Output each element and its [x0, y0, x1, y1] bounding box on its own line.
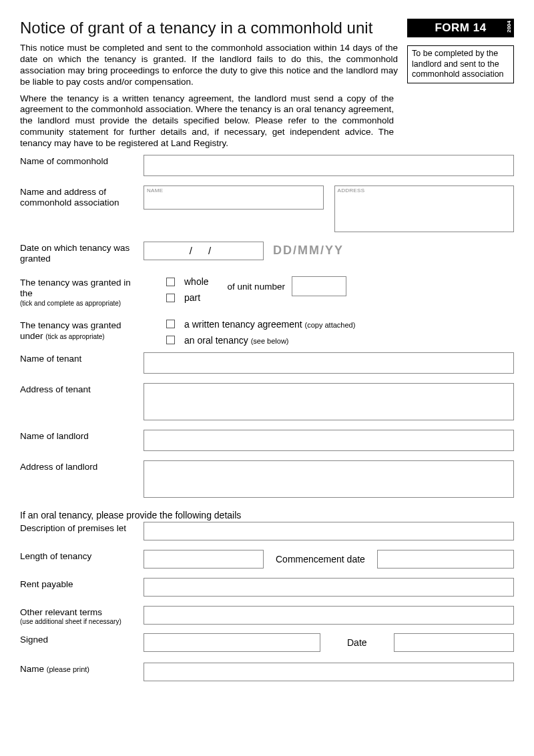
label-written: a written tenancy agreement [184, 319, 302, 330]
input-assoc-address[interactable]: ADDRESS [334, 185, 515, 232]
hint-granted-under: (tick as appropriate) [45, 333, 104, 340]
input-tenant-address[interactable] [144, 383, 514, 420]
oral-section-heading: If an oral tenancy, please provide the f… [20, 510, 514, 520]
label-rent: Rent payable [20, 578, 144, 590]
form-code: FORM 14 [435, 21, 486, 34]
hint-granted-in: (tick and complete as appropriate) [20, 300, 138, 307]
checkbox-written[interactable] [166, 320, 175, 328]
hint-oral: (see below) [251, 337, 289, 345]
checkbox-oral[interactable] [166, 336, 175, 344]
hint-name-print: (please print) [47, 665, 89, 673]
input-name-print[interactable] [144, 663, 514, 681]
placeholder-address: ADDRESS [335, 186, 514, 195]
placeholder-name: NAME [144, 186, 323, 195]
form-year: 2004 [506, 21, 512, 33]
intro-paragraph-2: Where the tenancy is a written tenancy a… [20, 93, 394, 149]
side-note: To be completed by the landlord and sent… [407, 45, 514, 83]
hint-other-terms: (use additional sheet if necessary) [20, 618, 138, 625]
input-length[interactable] [144, 550, 264, 569]
label-date: Date [320, 637, 394, 648]
label-name-print: Name [20, 664, 44, 674]
input-name-commonhold[interactable] [144, 155, 514, 176]
input-commencement[interactable] [377, 550, 514, 569]
input-landlord-name[interactable] [144, 430, 514, 451]
form-badge: FORM 14 2004 [407, 19, 514, 37]
input-rent[interactable] [144, 578, 514, 597]
input-other-terms[interactable] [144, 606, 514, 625]
input-date[interactable] [394, 633, 514, 652]
label-commencement: Commencement date [264, 554, 377, 564]
input-tenant-name[interactable] [144, 352, 514, 374]
label-part: part [184, 292, 200, 303]
label-signed: Signed [20, 633, 144, 645]
hint-written: (copy attached) [305, 321, 356, 329]
checkbox-part[interactable] [166, 294, 175, 302]
intro-paragraph-1: This notice must be completed and sent t… [20, 43, 398, 88]
label-whole: whole [184, 276, 209, 287]
label-date-granted: Date on which tenancy was granted [20, 242, 144, 264]
input-premises[interactable] [144, 522, 514, 540]
label-premises: Description of premises let [20, 522, 144, 534]
label-length: Length of tenancy [20, 550, 144, 562]
label-unit-number: of unit number [228, 282, 285, 292]
input-assoc-name[interactable]: NAME [144, 185, 324, 210]
input-signed[interactable] [144, 633, 320, 652]
label-tenant-name: Name of tenant [20, 352, 144, 364]
input-date-granted[interactable]: / / [144, 242, 264, 260]
label-oral: an oral tenancy [184, 335, 248, 346]
input-landlord-address[interactable] [144, 460, 514, 498]
label-granted-in: The tenancy was granted in the [20, 278, 131, 298]
date-format-hint: DD/MM/YY [273, 244, 344, 258]
checkbox-whole[interactable] [166, 278, 175, 286]
label-landlord-address: Address of landlord [20, 460, 144, 472]
label-tenant-address: Address of tenant [20, 383, 144, 395]
label-name-commonhold: Name of commonhold [20, 155, 144, 167]
page-title: Notice of grant of a tenancy in a common… [20, 19, 398, 37]
label-assoc: Name and address of commonhold associati… [20, 185, 144, 208]
label-landlord-name: Name of landlord [20, 430, 144, 442]
label-other-terms: Other relevant terms [20, 607, 102, 617]
input-unit-number[interactable] [292, 276, 346, 296]
